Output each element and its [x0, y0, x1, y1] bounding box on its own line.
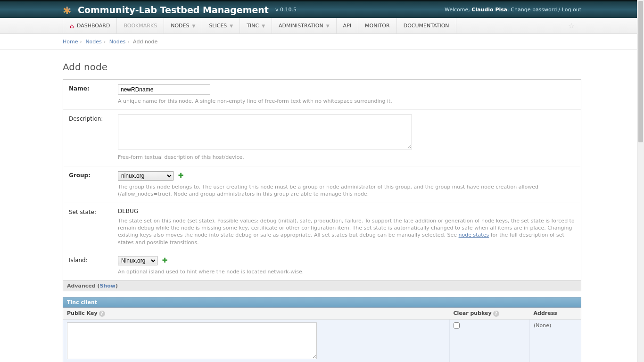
chevron-down-icon: ▼ [192, 24, 195, 28]
username: Claudio Pisa [471, 7, 507, 13]
app-title: Community-Lab Testbed Management [78, 5, 269, 15]
row-description: Description: Free-form textual descripti… [63, 110, 581, 166]
nav-nodes[interactable]: NODES▼ [164, 18, 202, 33]
label-island: Island: [69, 256, 118, 263]
row-set-state: Set state: DEBUG The state set on this n… [63, 203, 581, 252]
breadcrumbs: Home› Nodes› Nodes› Add node [0, 34, 644, 50]
island-select[interactable]: Ninux.org [118, 256, 157, 265]
clear-pubkey-checkbox[interactable] [454, 322, 460, 329]
tinc-client-header: Tinc client [63, 297, 581, 308]
user-tools: Welcome, Claudio Pisa. Change password /… [445, 7, 581, 13]
set-state-value: DEBUG [118, 208, 575, 214]
breadcrumb-nodes-1[interactable]: Nodes [85, 39, 101, 45]
page-title: Add node [63, 61, 581, 73]
address-value: (None) [534, 322, 551, 329]
content: Add node Name: A unique name for this no… [63, 50, 581, 362]
nav-dashboard[interactable]: ⌂ DASHBOARD [63, 18, 117, 33]
help-icon[interactable]: ? [493, 311, 499, 317]
row-name: Name: A unique name for this node. A sin… [63, 80, 581, 110]
breadcrumb-home[interactable]: Home [63, 39, 78, 45]
welcome-text: Welcome, [445, 7, 470, 13]
tinc-client-group: Tinc client Public Key? Clear pubkey? Ad… [63, 297, 581, 362]
label-name: Name: [69, 84, 118, 92]
navbar: ⌂ DASHBOARD BOOKMARKS NODES▼ SLICES▼ TIN… [0, 18, 644, 34]
nav-tinc[interactable]: TINC▼ [240, 18, 272, 33]
change-password-link[interactable]: Change password [511, 7, 557, 13]
scrollbar-thumb[interactable] [638, 1, 643, 142]
label-set-state: Set state: [69, 208, 118, 215]
logo-icon [63, 5, 73, 15]
nav-slices[interactable]: SLICES▼ [202, 18, 240, 33]
help-icon[interactable]: ? [99, 311, 105, 317]
breadcrumb-nodes-2[interactable]: Nodes [109, 39, 125, 45]
node-states-link[interactable]: node states [459, 232, 489, 238]
header: Community-Lab Testbed Management v 0.10.… [0, 0, 644, 18]
nav-monitor[interactable]: MONITOR [358, 18, 397, 33]
th-address: Address [530, 308, 581, 320]
row-group: Group: ninux.org ✚ The group this node b… [63, 166, 581, 203]
description-textarea[interactable] [118, 115, 412, 149]
add-island-icon[interactable]: ✚ [162, 256, 168, 264]
pubkey-textarea[interactable] [67, 322, 317, 359]
nav-documentation[interactable]: DOCUMENTATION [397, 18, 456, 33]
help-group: The group this node belongs to. The user… [118, 183, 575, 198]
nav-api[interactable]: API [337, 18, 358, 33]
row-island: Island: Ninux.org ✚ An optional island u… [63, 251, 581, 280]
nav-administration[interactable]: ADMINISTRATION▼ [272, 18, 337, 33]
chevron-down-icon: ▼ [262, 24, 265, 28]
th-pubkey: Public Key? [63, 308, 450, 320]
chevron-down-icon: ▼ [326, 24, 330, 28]
add-group-icon[interactable]: ✚ [178, 172, 184, 179]
help-name: A unique name for this node. A single no… [118, 98, 575, 105]
th-clear: Clear pubkey? [450, 308, 530, 320]
advanced-show-link[interactable]: Show [100, 283, 116, 289]
help-island: An optional island used to hint where th… [118, 268, 575, 275]
app-version: v 0.10.5 [275, 7, 297, 13]
group-select[interactable]: ninux.org [118, 171, 173, 181]
tinc-table: Public Key? Clear pubkey? Address (None) [63, 308, 581, 362]
home-icon: ⌂ [70, 22, 74, 30]
label-description: Description: [69, 115, 118, 122]
breadcrumb-current: Add node [133, 39, 157, 45]
brand: Community-Lab Testbed Management v 0.10.… [63, 5, 297, 15]
scrollbar[interactable] [637, 0, 644, 362]
advanced-bar: Advanced (Show) [63, 281, 581, 291]
name-input[interactable] [118, 84, 210, 95]
logout-link[interactable]: Log out [562, 7, 581, 13]
help-set-state: The state set on this node (set state). … [118, 217, 575, 247]
tinc-row: (None) [63, 319, 581, 362]
chevron-down-icon: ▼ [230, 24, 233, 28]
nav-bookmarks[interactable]: BOOKMARKS [117, 18, 164, 33]
help-description: Free-form textual description of this ho… [118, 154, 575, 161]
star-icon[interactable]: ☆ [561, 21, 581, 30]
label-group: Group: [69, 171, 118, 179]
form-module: Name: A unique name for this node. A sin… [63, 79, 581, 281]
